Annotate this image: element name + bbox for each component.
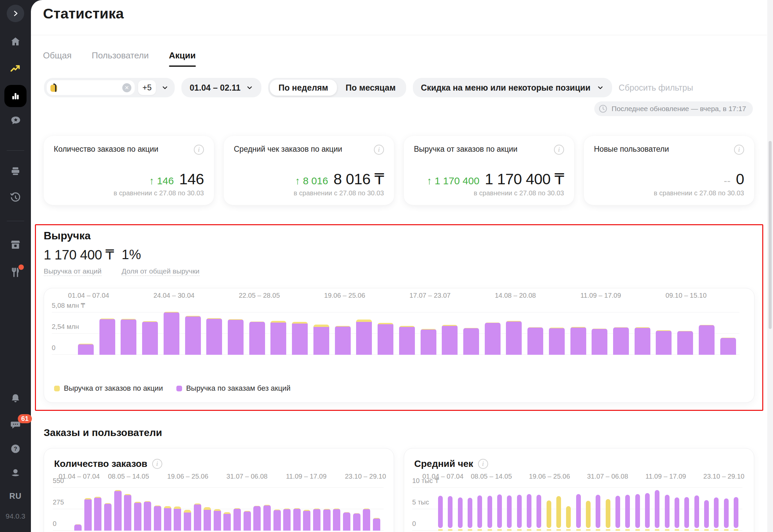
- bar-slot[interactable]: [675, 473, 679, 531]
- bar[interactable]: [78, 344, 94, 355]
- sidebar-language-switch[interactable]: RU: [0, 489, 31, 503]
- bar[interactable]: [184, 510, 191, 531]
- bar[interactable]: [244, 511, 251, 531]
- search-input[interactable]: [62, 83, 122, 92]
- bar-slot[interactable]: [645, 473, 650, 531]
- bar[interactable]: [142, 321, 158, 355]
- bar-slot[interactable]: [487, 473, 492, 531]
- sidebar-item-home[interactable]: [0, 34, 31, 49]
- sidebar-item-restaurant[interactable]: [0, 264, 31, 281]
- bar[interactable]: [292, 322, 308, 355]
- scrollbar-track[interactable]: [767, 0, 773, 532]
- sidebar-item-promotions[interactable]: [0, 113, 31, 128]
- tab-general[interactable]: Общая: [43, 50, 72, 65]
- bar-slot[interactable]: [477, 473, 482, 531]
- tab-promotions[interactable]: Акции: [169, 50, 196, 65]
- bar-slot[interactable]: [527, 473, 531, 531]
- info-icon[interactable]: i: [194, 145, 204, 155]
- bar[interactable]: [174, 506, 181, 531]
- bar-slot[interactable]: [724, 473, 729, 531]
- sidebar-item-trends[interactable]: [0, 61, 31, 76]
- bar[interactable]: [699, 325, 715, 355]
- bar-slot[interactable]: [536, 473, 541, 531]
- tab-users[interactable]: Пользователи: [92, 50, 149, 65]
- bar[interactable]: [343, 512, 350, 531]
- bar[interactable]: [99, 319, 115, 355]
- bar-slot[interactable]: [468, 473, 472, 531]
- scrollbar-thumb[interactable]: [769, 141, 772, 329]
- info-icon[interactable]: i: [478, 459, 488, 469]
- bar-slot[interactable]: [507, 473, 512, 531]
- bar[interactable]: [506, 321, 522, 355]
- bar[interactable]: [206, 318, 222, 355]
- bar[interactable]: [635, 327, 650, 355]
- bar[interactable]: [421, 329, 436, 355]
- bar[interactable]: [442, 325, 458, 355]
- bar[interactable]: [273, 510, 281, 531]
- bar[interactable]: [185, 316, 201, 355]
- bar[interactable]: [677, 331, 693, 355]
- bar[interactable]: [399, 326, 415, 355]
- bar[interactable]: [263, 505, 271, 531]
- bar[interactable]: [214, 509, 221, 531]
- bar[interactable]: [114, 490, 122, 531]
- bar-slot[interactable]: [625, 473, 630, 531]
- bar[interactable]: [323, 509, 331, 531]
- bar[interactable]: [204, 507, 211, 531]
- bar[interactable]: [373, 518, 380, 531]
- bar-slot[interactable]: [635, 473, 640, 531]
- bar-slot[interactable]: [596, 473, 600, 531]
- bar-slot[interactable]: [576, 473, 581, 531]
- sidebar-item-notifications[interactable]: [0, 391, 31, 406]
- bar[interactable]: [104, 503, 112, 531]
- more-restaurants-chip[interactable]: +5: [138, 80, 156, 95]
- bar[interactable]: [228, 319, 244, 355]
- bar[interactable]: [613, 327, 629, 355]
- bar[interactable]: [356, 320, 372, 355]
- bar[interactable]: [74, 524, 82, 531]
- bar[interactable]: [154, 505, 161, 531]
- sidebar-item-history[interactable]: [0, 190, 31, 205]
- bar-slot[interactable]: [586, 473, 591, 531]
- bar[interactable]: [463, 328, 479, 355]
- bar-slot[interactable]: [566, 473, 571, 531]
- bar[interactable]: [121, 319, 136, 355]
- info-icon[interactable]: i: [734, 145, 744, 155]
- bar[interactable]: [270, 321, 286, 355]
- sidebar-item-support[interactable]: [0, 465, 31, 480]
- bar[interactable]: [313, 509, 320, 531]
- bar[interactable]: [194, 503, 201, 531]
- bar-slot[interactable]: [655, 473, 659, 531]
- bar[interactable]: [249, 322, 265, 355]
- bar-slot[interactable]: [547, 473, 551, 531]
- revenue-amount-label[interactable]: Выручка от акций: [44, 267, 101, 276]
- restaurant-search-box[interactable]: ✕: [47, 80, 135, 95]
- bar-slot[interactable]: [734, 473, 738, 531]
- bar[interactable]: [720, 338, 736, 355]
- date-range-picker[interactable]: 01.04 – 02.11: [181, 78, 261, 97]
- bar[interactable]: [570, 327, 586, 355]
- bar[interactable]: [549, 328, 565, 355]
- bar-slot[interactable]: [458, 473, 463, 531]
- bar[interactable]: [164, 312, 179, 355]
- bar-slot[interactable]: [615, 473, 620, 531]
- bar-slot[interactable]: [684, 473, 689, 531]
- bar[interactable]: [134, 502, 141, 531]
- reset-filters-link[interactable]: Сбросить фильтры: [619, 83, 693, 93]
- bar[interactable]: [353, 513, 360, 531]
- bar[interactable]: [335, 326, 351, 355]
- clear-search-icon[interactable]: ✕: [122, 83, 131, 92]
- bar-slot[interactable]: [556, 473, 561, 531]
- chevron-down-icon[interactable]: [161, 84, 169, 91]
- bar[interactable]: [313, 325, 329, 355]
- info-icon[interactable]: i: [554, 145, 564, 155]
- bar[interactable]: [283, 509, 291, 531]
- bar-slot[interactable]: [517, 473, 522, 531]
- bar[interactable]: [333, 509, 340, 531]
- bar[interactable]: [303, 510, 310, 531]
- sidebar-item-statistics-active[interactable]: [0, 85, 31, 107]
- bar[interactable]: [144, 501, 151, 531]
- bar[interactable]: [592, 329, 607, 355]
- bar[interactable]: [94, 497, 101, 531]
- bar[interactable]: [656, 330, 672, 355]
